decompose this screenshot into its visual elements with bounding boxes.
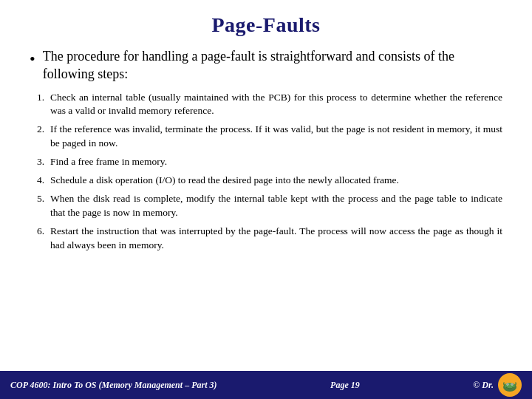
list-item: 4.Schedule a disk operation (I/O) to rea… [30, 174, 502, 188]
step-number: 1. [30, 91, 50, 105]
step-text: Check an internal table (usually maintai… [50, 91, 502, 119]
svg-point-5 [507, 383, 508, 384]
list-item: 5.When the disk read is complete, modify… [30, 192, 502, 220]
step-number: 3. [30, 155, 50, 169]
step-number: 5. [30, 192, 50, 206]
svg-point-2 [505, 383, 515, 389]
bullet-text: The procedure for handling a page-fault … [43, 47, 502, 83]
list-item: 3.Find a free frame in memory. [30, 155, 502, 169]
step-number: 2. [30, 123, 50, 137]
footer-page: Page 19 [330, 380, 360, 391]
steps-list: 1.Check an internal table (usually maint… [22, 91, 510, 257]
main-bullet: • The procedure for handling a page-faul… [22, 47, 510, 83]
step-number: 4. [30, 174, 50, 188]
gator-svg-icon [499, 374, 521, 396]
list-item: 2.If the reference was invalid, terminat… [30, 123, 502, 151]
step-text: If the reference was invalid, terminate … [50, 123, 502, 151]
step-number: 6. [30, 225, 50, 239]
bullet-symbol: • [30, 49, 35, 70]
gator-logo [498, 373, 522, 397]
step-text: When the disk read is complete, modify t… [50, 192, 502, 220]
step-text: Restart the instruction that was interru… [50, 225, 502, 253]
page-title: Page-Faults [22, 13, 510, 37]
step-text: Find a free frame in memory. [50, 155, 167, 169]
step-text: Schedule a disk operation (I/O) to read … [50, 174, 399, 188]
list-item: 6.Restart the instruction that was inter… [30, 225, 502, 253]
slide: Page-Faults • The procedure for handling… [0, 0, 532, 399]
footer-right: © Dr. [473, 373, 522, 397]
svg-point-6 [511, 383, 512, 384]
list-item: 1.Check an internal table (usually maint… [30, 91, 502, 119]
footer: COP 4600: Intro To OS (Memory Management… [0, 371, 532, 399]
footer-course: COP 4600: Intro To OS (Memory Management… [10, 380, 216, 391]
footer-copyright: © Dr. [473, 380, 494, 391]
